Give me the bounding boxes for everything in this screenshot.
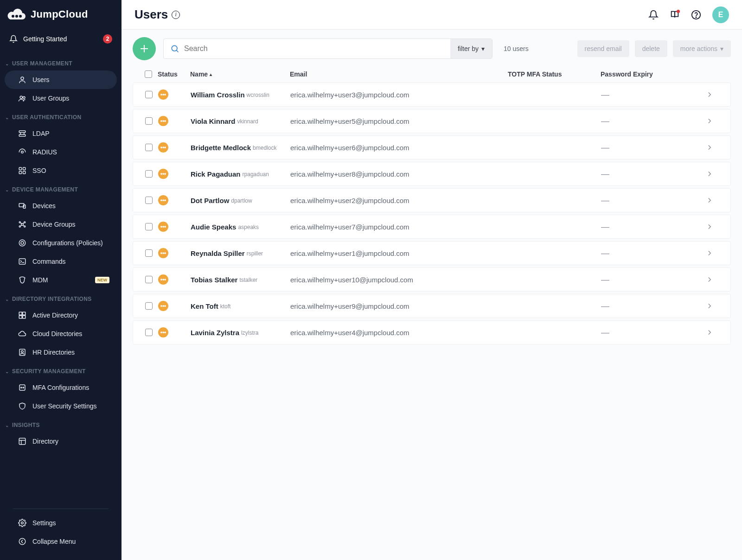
section-header[interactable]: ⌄SECURITY MANAGEMENT [0,362,122,378]
row-checkbox[interactable] [145,144,153,151]
sidebar-item-label: Devices [32,202,56,210]
user-email: erica.wilhelmy+user1@jumpcloud.com [290,249,508,257]
sidebar-item-mfa-configurations[interactable]: MFA Configurations [5,378,117,397]
sidebar-item-configurations-policies-[interactable]: Configurations (Policies) [5,234,117,252]
sidebar-item-label: Collapse Menu [32,538,76,545]
expiry-cell: — [601,275,675,285]
svg-rect-39 [19,438,26,445]
table-row[interactable]: •••Rick Pagaduanrpagaduanerica.wilhelmy+… [133,162,731,186]
sidebar-item-commands[interactable]: Commands [5,252,117,271]
table-row[interactable]: •••Dot Partlowdpartlowerica.wilhelmy+use… [133,188,731,212]
name-cell: Bridgette Medlockbmedlock [191,144,290,152]
device-groups-icon [18,220,27,229]
sidebar-item-users[interactable]: Users [5,70,117,89]
notifications-icon[interactable] [648,10,659,20]
sidebar-divider [13,509,109,509]
user-avatar[interactable]: E [712,6,729,23]
logo[interactable]: JumpCloud [0,0,122,25]
row-checkbox[interactable] [145,249,153,257]
svg-rect-33 [23,316,26,318]
column-status[interactable]: Status [158,70,190,78]
table-row[interactable]: •••William Crosslinwcrosslinerica.wilhel… [133,83,731,107]
table-row[interactable]: •••Bridgette Medlockbmedlockerica.wilhel… [133,135,731,159]
docs-icon[interactable] [670,10,680,20]
sidebar-item-hr-directories[interactable]: HR Directories [5,343,117,362]
svg-rect-32 [19,316,22,318]
info-icon[interactable]: i [172,11,180,19]
caret-down-icon: ⌄ [5,423,9,428]
svg-rect-14 [23,172,26,174]
section-header[interactable]: ⌄DEVICE MANAGEMENT [0,180,122,197]
sidebar-item-radius[interactable]: RADIUS [5,143,117,161]
chevron-right-icon [705,275,724,284]
section-header[interactable]: ⌄DIRECTORY INTEGRATIONS [0,289,122,306]
table-row[interactable]: •••Viola Kinnardvkinnarderica.wilhelmy+u… [133,109,731,133]
column-expiry[interactable]: Password Expiry [601,70,675,78]
radius-icon [18,147,27,157]
more-actions-button[interactable]: more actions ▾ [673,40,731,57]
column-email[interactable]: Email [290,70,508,78]
row-checkbox[interactable] [145,302,153,310]
table-row[interactable]: •••Lavinia Zylstralzylstraerica.wilhelmy… [133,320,731,344]
sidebar-item-device-groups[interactable]: Device Groups [5,215,117,234]
user-email: erica.wilhelmy+user7@jumpcloud.com [290,223,508,231]
ldap-icon [18,129,27,138]
directory-icon [18,437,27,446]
help-icon[interactable] [691,10,701,20]
sidebar-item-sso[interactable]: SSO [5,161,117,180]
user-username: rspiller [247,250,263,257]
svg-rect-31 [23,312,26,315]
column-name[interactable]: Name ▴ [190,70,290,78]
sidebar-item-directory[interactable]: Directory [5,432,117,451]
row-checkbox[interactable] [145,117,153,125]
row-checkbox[interactable] [145,170,153,178]
chevron-right-icon [705,170,724,178]
sidebar-item-active-directory[interactable]: Active Directory [5,306,117,325]
section-header[interactable]: ⌄USER MANAGEMENT [0,54,122,70]
row-checkbox[interactable] [145,276,153,283]
user-email: erica.wilhelmy+user4@jumpcloud.com [290,329,508,337]
section-header[interactable]: ⌄INSIGHTS [0,415,122,432]
row-checkbox[interactable] [145,91,153,98]
row-checkbox[interactable] [145,197,153,204]
svg-point-45 [696,17,696,17]
sidebar-item-ldap[interactable]: LDAP [5,124,117,143]
sidebar-item-cloud-directories[interactable]: Cloud Directories [5,325,117,343]
user-fullname: Reynalda Spiller [191,249,245,257]
sidebar-item-collapse-menu[interactable]: Collapse Menu [5,532,117,551]
status-pending-icon: ••• [158,116,168,126]
filter-by-button[interactable]: filter by ▾ [450,39,492,58]
search-input[interactable] [184,45,450,53]
svg-point-4 [20,96,22,98]
table-row[interactable]: •••Tobias Stalkertstalkererica.wilhelmy+… [133,267,731,292]
table-row[interactable]: •••Ken Toftktofterica.wilhelmy+user9@jum… [133,294,731,318]
svg-point-48 [172,45,177,51]
sidebar-item-devices[interactable]: Devices [5,197,117,215]
logo-text: JumpCloud [31,8,88,20]
user-email: erica.wilhelmy+user9@jumpcloud.com [290,302,508,310]
caret-down-icon: ⌄ [5,369,9,374]
caret-down-icon: ⌄ [5,187,9,192]
expiry-cell: — [601,328,675,337]
section-header[interactable]: ⌄USER AUTHENTICATION [0,108,122,124]
row-checkbox[interactable] [145,223,153,230]
user-username: tstalker [239,277,257,283]
add-user-button[interactable] [133,37,156,60]
sidebar-item-user-groups[interactable]: User Groups [5,89,117,108]
svg-rect-28 [19,259,26,264]
sidebar-item-mdm[interactable]: MDMNEW [5,271,117,289]
row-checkbox[interactable] [145,329,153,336]
topbar-icons: E [648,6,729,23]
sidebar-getting-started[interactable]: Getting Started 2 [0,28,122,50]
sidebar-item-user-security-settings[interactable]: User Security Settings [5,397,117,415]
select-all-checkbox[interactable] [145,70,152,78]
mfa-icon [18,383,27,392]
delete-button[interactable]: delete [635,40,667,57]
table-row[interactable]: •••Audie Speaksaspeakserica.wilhelmy+use… [133,215,731,239]
column-totp[interactable]: TOTP MFA Status [508,70,601,78]
resend-email-button[interactable]: resend email [577,40,629,57]
svg-rect-7 [19,134,26,136]
sidebar-item-settings[interactable]: Settings [5,514,117,532]
status-pending-icon: ••• [158,222,168,232]
table-row[interactable]: •••Reynalda Spillerrspillererica.wilhelm… [133,241,731,265]
